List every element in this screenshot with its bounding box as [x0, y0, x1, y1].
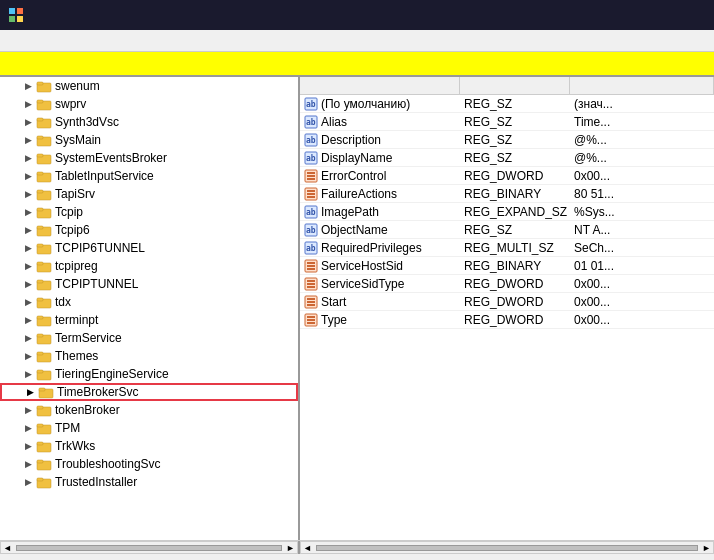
tree-item[interactable]: ▶ SysMain: [0, 131, 298, 149]
header-type: [460, 77, 570, 94]
value-row[interactable]: ErrorControlREG_DWORD0x00...: [300, 167, 714, 185]
menu-favorites[interactable]: [52, 39, 68, 43]
value-row[interactable]: ab DescriptionREG_SZ@%...: [300, 131, 714, 149]
expand-icon[interactable]: ▶: [22, 260, 34, 272]
expand-icon[interactable]: ▶: [22, 314, 34, 326]
value-data-cell: 0x00...: [570, 293, 714, 310]
maximize-button[interactable]: [656, 4, 680, 26]
value-name-text: Type: [321, 313, 347, 327]
expand-icon[interactable]: ▶: [22, 206, 34, 218]
tree-item[interactable]: ▶ TCPIPTUNNEL: [0, 275, 298, 293]
expand-icon[interactable]: ▶: [22, 332, 34, 344]
tree-item[interactable]: ▶ TermService: [0, 329, 298, 347]
menu-view[interactable]: [36, 39, 52, 43]
expand-icon[interactable]: ▶: [22, 422, 34, 434]
svg-rect-79: [307, 286, 315, 288]
tree-item[interactable]: ▶ TrustedInstaller: [0, 473, 298, 491]
value-row[interactable]: ab ObjectNameREG_SZNT A...: [300, 221, 714, 239]
value-data-cell: 0x00...: [570, 167, 714, 184]
expand-icon[interactable]: ▶: [22, 134, 34, 146]
tree-item[interactable]: ▶ swprv: [0, 95, 298, 113]
values-scroll-right[interactable]: ►: [700, 543, 713, 553]
tree-item[interactable]: ▶ TapiSrv: [0, 185, 298, 203]
value-name-cell: Start: [300, 293, 460, 310]
value-data-cell: 0x00...: [570, 311, 714, 328]
main-content: ▶ swenum▶ swprv▶ Synth3dVsc▶ SysMain▶ Sy…: [0, 76, 714, 540]
value-name-text: (По умолчанию): [321, 97, 410, 111]
tree-hscroll[interactable]: ◄ ►: [0, 541, 300, 554]
expand-icon[interactable]: ▶: [22, 242, 34, 254]
value-row[interactable]: ab DisplayNameREG_SZ@%...: [300, 149, 714, 167]
value-row[interactable]: ab (По умолчанию)REG_SZ(знач...: [300, 95, 714, 113]
folder-icon: [36, 151, 52, 165]
svg-rect-7: [37, 100, 43, 103]
expand-icon[interactable]: ▶: [22, 188, 34, 200]
tree-item[interactable]: ▶ TieringEngineService: [0, 365, 298, 383]
expand-icon[interactable]: ▶: [22, 278, 34, 290]
expand-icon[interactable]: ▶: [24, 386, 36, 398]
tree-scroll-right[interactable]: ►: [284, 543, 297, 553]
menu-edit[interactable]: [20, 39, 36, 43]
expand-icon[interactable]: ▶: [22, 476, 34, 488]
tree-item[interactable]: ▶ Themes: [0, 347, 298, 365]
tree-item-label: Themes: [55, 349, 98, 363]
expand-icon[interactable]: ▶: [22, 170, 34, 182]
menu-file[interactable]: [4, 39, 20, 43]
minimize-button[interactable]: [630, 4, 654, 26]
svg-rect-73: [307, 262, 315, 264]
value-row[interactable]: TypeREG_DWORD0x00...: [300, 311, 714, 329]
tree-item[interactable]: ▶ terminpt: [0, 311, 298, 329]
tree-item[interactable]: ▶ Tcpip6: [0, 221, 298, 239]
close-button[interactable]: [682, 4, 706, 26]
expand-icon[interactable]: ▶: [22, 404, 34, 416]
expand-icon[interactable]: ▶: [22, 458, 34, 470]
svg-rect-13: [37, 154, 43, 157]
tree-item-label: TieringEngineService: [55, 367, 169, 381]
tree-item[interactable]: ▶ TrkWks: [0, 437, 298, 455]
tree-item[interactable]: ▶ Tcpip: [0, 203, 298, 221]
svg-rect-77: [307, 280, 315, 282]
tree-item[interactable]: ▶ SystemEventsBroker: [0, 149, 298, 167]
values-scroll-left[interactable]: ◄: [301, 543, 314, 553]
svg-rect-75: [307, 268, 315, 270]
expand-icon[interactable]: ▶: [22, 80, 34, 92]
tree-item[interactable]: ▶ tokenBroker: [0, 401, 298, 419]
tree-item[interactable]: ▶ TroubleshootingSvc: [0, 455, 298, 473]
values-hscroll[interactable]: ◄ ►: [300, 541, 714, 554]
value-row[interactable]: ServiceHostSidREG_BINARY01 01...: [300, 257, 714, 275]
svg-rect-81: [307, 298, 315, 300]
value-row[interactable]: ab RequiredPrivilegesREG_MULTI_SZSeCh...: [300, 239, 714, 257]
tree-item[interactable]: ▶ Synth3dVsc: [0, 113, 298, 131]
value-row[interactable]: ServiceSidTypeREG_DWORD0x00...: [300, 275, 714, 293]
tree-item[interactable]: ▶ TPM: [0, 419, 298, 437]
tree-item[interactable]: ▶ swenum: [0, 77, 298, 95]
tree-item[interactable]: ▶ TimeBrokerSvc: [0, 383, 298, 401]
menu-help[interactable]: [68, 39, 84, 43]
tree-item[interactable]: ▶ TCPIP6TUNNEL: [0, 239, 298, 257]
expand-icon[interactable]: ▶: [22, 224, 34, 236]
svg-rect-64: [307, 193, 315, 195]
expand-icon[interactable]: ▶: [22, 116, 34, 128]
expand-icon[interactable]: ▶: [22, 152, 34, 164]
expand-icon[interactable]: ▶: [22, 368, 34, 380]
value-row[interactable]: FailureActionsREG_BINARY80 51...: [300, 185, 714, 203]
value-name-text: ServiceHostSid: [321, 259, 403, 273]
expand-icon[interactable]: ▶: [22, 98, 34, 110]
tree-item[interactable]: ▶ tdx: [0, 293, 298, 311]
reg-icon: [304, 313, 318, 327]
value-row[interactable]: StartREG_DWORD0x00...: [300, 293, 714, 311]
svg-text:ab: ab: [306, 118, 316, 127]
values-header: [300, 77, 714, 95]
folder-icon: [36, 97, 52, 111]
tree-scroll-left[interactable]: ◄: [1, 543, 14, 553]
tree-item[interactable]: ▶ TabletInputService: [0, 167, 298, 185]
tree-item[interactable]: ▶ tcpipreg: [0, 257, 298, 275]
expand-icon[interactable]: ▶: [22, 350, 34, 362]
tree-scroll[interactable]: ▶ swenum▶ swprv▶ Synth3dVsc▶ SysMain▶ Sy…: [0, 77, 298, 540]
value-row[interactable]: ab AliasREG_SZTime...: [300, 113, 714, 131]
value-row[interactable]: ab ImagePathREG_EXPAND_SZ%Sys...: [300, 203, 714, 221]
values-scroll[interactable]: ab (По умолчанию)REG_SZ(знач... ab Alias…: [300, 95, 714, 540]
expand-icon[interactable]: ▶: [22, 440, 34, 452]
svg-rect-37: [37, 370, 43, 373]
expand-icon[interactable]: ▶: [22, 296, 34, 308]
